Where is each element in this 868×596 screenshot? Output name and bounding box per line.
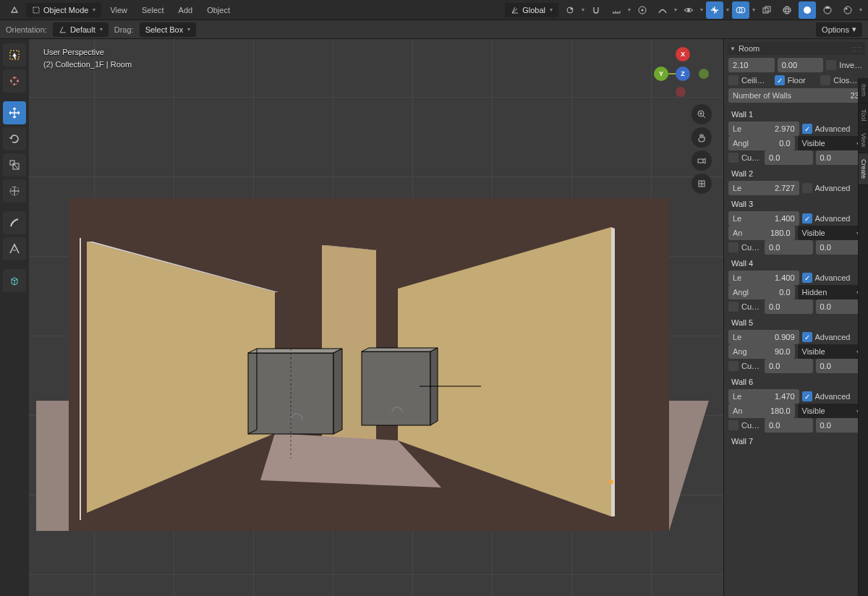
wall-curve-check[interactable]: Cur… [728, 302, 762, 312]
wall-visibility-dropdown[interactable]: Visible▾ [798, 226, 864, 240]
options-dropdown[interactable]: Options ▾ [816, 22, 862, 37]
chevron-down-icon[interactable]: ▾ [726, 7, 729, 13]
wall-angle-field[interactable]: An180.0 [728, 404, 795, 418]
tool-measure[interactable] [3, 237, 26, 260]
proportional-edit-icon[interactable] [634, 1, 651, 19]
wall-visibility-dropdown[interactable]: Visible▾ [798, 136, 864, 150]
chevron-down-icon[interactable]: ▾ [582, 7, 584, 13]
camera-view-icon[interactable] [692, 150, 712, 171]
wall-curve-check[interactable]: Cur… [728, 361, 762, 371]
wall-length-field[interactable]: Le2.727 [728, 181, 799, 195]
xray-icon[interactable] [758, 1, 775, 19]
zoom-icon[interactable] [692, 104, 712, 124]
chevron-down-icon[interactable]: ▾ [700, 7, 703, 13]
mode-dropdown[interactable]: Object Mode ▾ [26, 3, 101, 17]
wall-advanced-check[interactable]: ✓Advanced [802, 124, 864, 134]
menu-view[interactable]: View [104, 1, 133, 19]
chevron-down-icon[interactable]: ▾ [674, 7, 677, 13]
shading-wireframe-icon[interactable] [778, 1, 796, 19]
gizmo-neg-axis[interactable] [676, 87, 686, 97]
wall-curve-a-field[interactable]: 0.0 [765, 240, 813, 255]
tab-view[interactable]: View [859, 127, 868, 153]
transform-orientation-dropdown[interactable]: Global ▾ [505, 3, 558, 17]
wall-curve-b-field[interactable]: 0.0 [816, 150, 864, 165]
chevron-down-icon[interactable]: ▾ [752, 7, 755, 13]
tool-scale[interactable] [3, 153, 26, 176]
menu-object[interactable]: Object [201, 1, 236, 19]
gizmo-neg-axis[interactable] [699, 69, 709, 79]
wall-curve-a-field[interactable]: 0.0 [765, 150, 813, 165]
tab-tool[interactable]: Tool [859, 103, 868, 128]
wall-advanced-check[interactable]: Advanced [802, 183, 864, 193]
wall-angle-field[interactable]: Ang90.0 [728, 344, 795, 359]
shading-matprev-icon[interactable] [819, 1, 836, 19]
inverse-check[interactable]: Inve… [826, 60, 864, 70]
orientation-dropdown[interactable]: Default ▾ [53, 22, 109, 37]
snap-icon[interactable] [587, 1, 605, 19]
gizmo-y-axis[interactable]: Y [654, 67, 668, 81]
wall-advanced-check[interactable]: ✓Advanced [802, 332, 864, 342]
room-panel-header[interactable]: ▼ Room :::: [727, 42, 865, 55]
svg-rect-45 [698, 159, 703, 163]
wall-angle-field[interactable]: Angl0.0 [728, 136, 795, 150]
wall-visibility-dropdown[interactable]: Visible▾ [798, 404, 864, 418]
tool-move[interactable] [3, 101, 26, 124]
tool-cursor[interactable] [3, 69, 26, 93]
chevron-down-icon[interactable]: ▾ [859, 7, 862, 13]
drag-handle-icon[interactable]: :::: [851, 45, 862, 53]
wall-advanced-check[interactable]: ✓Advanced [802, 391, 864, 401]
shading-solid-icon[interactable] [799, 1, 816, 19]
proportional-falloff-icon[interactable] [654, 1, 671, 19]
wall-curve-a-field[interactable]: 0.0 [765, 359, 813, 373]
gizmo-toggle-icon[interactable] [706, 1, 723, 19]
wall-advanced-check[interactable]: ✓Advanced [802, 213, 864, 224]
perspective-toggle-icon[interactable] [692, 174, 712, 194]
wall-curve-b-field[interactable]: 0.0 [816, 418, 864, 433]
tool-rotate[interactable] [3, 127, 26, 150]
tab-item[interactable]: Item [859, 78, 868, 103]
pivot-icon[interactable] [561, 1, 579, 19]
nav-gizmo[interactable]: X Y Z [654, 45, 712, 103]
wall-curve-check[interactable]: Cur… [728, 153, 762, 163]
chevron-down-icon[interactable]: ▾ [628, 7, 631, 13]
snap-mode-icon[interactable] [608, 1, 625, 19]
visibility-toggle-icon[interactable] [680, 1, 697, 19]
gizmo-x-axis[interactable]: X [676, 47, 690, 61]
wall-angle-field[interactable]: An180.0 [728, 226, 795, 240]
tab-create[interactable]: Create [859, 153, 868, 185]
wall-visibility-dropdown[interactable]: Hidden▾ [798, 285, 864, 299]
wall-angle-field[interactable]: Angl0.0 [728, 285, 795, 299]
wall-length-field[interactable]: Le0.909 [728, 330, 799, 344]
shading-rendered-icon[interactable] [839, 1, 856, 19]
wall-curve-a-field[interactable]: 0.0 [765, 418, 813, 433]
wall-curve-check[interactable]: Cur… [728, 420, 762, 430]
room-field-1[interactable]: 2.10 [728, 58, 775, 72]
gizmo-z-axis[interactable]: Z [676, 67, 690, 81]
drag-dropdown[interactable]: Select Box ▾ [140, 22, 197, 37]
tool-select-box[interactable] [3, 43, 26, 67]
tool-add-cube[interactable] [3, 269, 26, 292]
wall-length-field[interactable]: Le1.470 [728, 389, 799, 404]
overlay-toggle-icon[interactable] [732, 1, 749, 19]
pan-icon[interactable] [692, 127, 712, 148]
floor-check[interactable]: ✓Floor [775, 75, 818, 85]
wall-advanced-check[interactable]: ✓Advanced [802, 273, 864, 283]
wall-curve-a-field[interactable]: 0.0 [765, 299, 813, 314]
tool-annotate[interactable] [3, 211, 26, 234]
wall-curve-check[interactable]: Cur… [728, 242, 762, 252]
wall-length-field[interactable]: Le2.970 [728, 122, 799, 136]
tool-transform[interactable] [3, 179, 26, 203]
viewport-3d[interactable]: User Perspective (2) Collection_1F | Roo… [29, 39, 723, 596]
ceiling-check[interactable]: Ceili… [728, 75, 772, 85]
editor-type-icon[interactable] [6, 1, 23, 19]
menu-select[interactable]: Select [136, 1, 170, 19]
wall-length-field[interactable]: Le1.400 [728, 271, 799, 285]
num-walls-field[interactable]: Number of Walls 23 [728, 88, 864, 103]
wall-curve-b-field[interactable]: 0.0 [816, 240, 864, 255]
wall-visibility-dropdown[interactable]: Visible▾ [798, 344, 864, 359]
wall-length-field[interactable]: Le1.400 [728, 211, 799, 226]
wall-curve-b-field[interactable]: 0.0 [816, 299, 864, 314]
menu-add[interactable]: Add [173, 1, 199, 19]
wall-curve-b-field[interactable]: 0.0 [816, 359, 864, 373]
room-field-2[interactable]: 0.00 [778, 58, 824, 72]
